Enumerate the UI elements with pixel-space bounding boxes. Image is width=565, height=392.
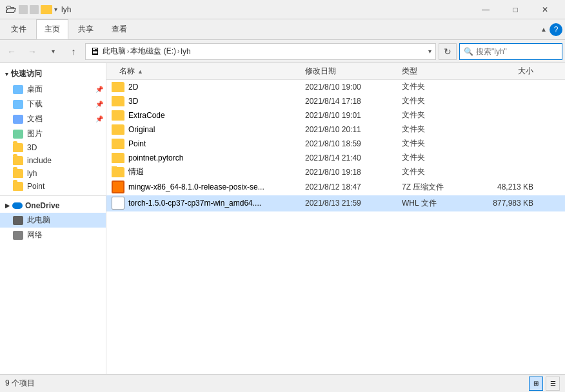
grid-view-button[interactable]: ⊞: [529, 377, 543, 391]
window-title: lyh: [61, 5, 71, 14]
toolbar-icon-2[interactable]: [30, 5, 39, 14]
sidebar-item-picture[interactable]: 图片: [0, 126, 106, 141]
nav-bar: ← → ▾ ↑ 🖥 此电脑 › 本地磁盘 (E:) › lyh ▾ ↻ 🔍: [0, 40, 565, 63]
table-row[interactable]: 3D 2021/8/14 17:18 文件夹: [106, 94, 565, 108]
sidebar-divider-1: [0, 195, 106, 196]
pin-icon-download: 📌: [95, 101, 103, 108]
ribbon-right: ▲ ?: [540, 23, 562, 36]
toolbar-dropdown[interactable]: ▾: [54, 6, 57, 13]
pc-icon: 🖥: [90, 46, 100, 57]
breadcrumb-disk[interactable]: 本地磁盘 (E:): [130, 46, 176, 57]
quick-access-header[interactable]: ▾ 快速访问: [0, 66, 106, 82]
desktop-icon: [13, 85, 23, 94]
tab-view[interactable]: 查看: [103, 19, 135, 39]
folder-icon: [112, 139, 124, 149]
breadcrumb: 此电脑 › 本地磁盘 (E:) › lyh: [103, 46, 191, 57]
sidebar-label-lyh: lyh: [27, 169, 37, 178]
onedrive-collapse-icon: ▶: [5, 202, 10, 209]
folder-icon: [112, 110, 124, 121]
table-row[interactable]: 2D 2021/8/10 19:00 文件夹: [106, 80, 565, 94]
col-header-date[interactable]: 修改日期: [300, 66, 397, 77]
breadcrumb-sep-2: ›: [177, 48, 179, 55]
tab-home[interactable]: 主页: [36, 19, 68, 39]
search-icon: 🔍: [464, 47, 473, 56]
row-name-torch: torch-1.5.0-cp37-cp37m-win_amd64....: [106, 197, 300, 210]
sidebar-item-network[interactable]: 网络: [0, 228, 106, 242]
row-name-mingw: mingw-x86_64-8.1.0-release-posix-se...: [106, 181, 300, 193]
folder-icon: [112, 124, 124, 135]
file-list: 名称 ▲ 修改日期 类型 大小 2D 2021/8/10 19:00 文件夹: [106, 63, 565, 374]
toolbar-folder-icon: [41, 5, 52, 14]
table-row[interactable]: Point 2021/8/10 18:59 文件夹: [106, 137, 565, 151]
view-controls: ⊞ ☰: [529, 377, 560, 391]
network-icon: [13, 231, 23, 240]
sidebar-item-3d[interactable]: 3D: [0, 141, 106, 154]
help-button[interactable]: ?: [550, 23, 562, 36]
table-row[interactable]: pointnet.pytorch 2021/8/14 21:40 文件夹: [106, 151, 565, 165]
sidebar-item-include[interactable]: include: [0, 154, 106, 167]
breadcrumb-sep-1: ›: [127, 48, 129, 55]
row-name-2d: 2D: [106, 82, 300, 92]
pin-icon-desktop: 📌: [95, 86, 103, 93]
sidebar-item-point[interactable]: Point: [0, 180, 106, 193]
sidebar-item-document[interactable]: 文档 📌: [0, 112, 106, 126]
address-bar[interactable]: 🖥 此电脑 › 本地磁盘 (E:) › lyh ▾: [85, 43, 436, 60]
sidebar-label-3d: 3D: [27, 143, 37, 152]
row-name-pointnet: pointnet.pytorch: [106, 153, 300, 163]
sidebar-item-lyh[interactable]: lyh: [0, 167, 106, 180]
folder-icon: [112, 153, 124, 163]
tab-share[interactable]: 共享: [70, 19, 102, 39]
sidebar-item-desktop[interactable]: 桌面 📌: [0, 82, 106, 97]
up-button[interactable]: ↑: [64, 43, 83, 61]
row-name-3d: 3D: [106, 96, 300, 106]
col-header-type[interactable]: 类型: [397, 66, 474, 77]
sidebar-item-download[interactable]: 下载 📌: [0, 97, 106, 112]
forward-button[interactable]: →: [23, 43, 41, 61]
back-button[interactable]: ←: [3, 43, 21, 61]
breadcrumb-thispc[interactable]: 此电脑: [103, 46, 126, 57]
sidebar-label-include: include: [27, 156, 52, 165]
ribbon-collapse-icon[interactable]: ▲: [540, 26, 547, 33]
folder-icon-include: [13, 156, 23, 165]
list-view-button[interactable]: ☰: [546, 377, 560, 391]
sidebar: ▾ 快速访问 桌面 📌 下载 📌 文档 📌 图片 3D includ: [0, 63, 106, 374]
breadcrumb-current[interactable]: lyh: [181, 47, 190, 56]
table-row[interactable]: Original 2021/8/10 20:11 文件夹: [106, 122, 565, 137]
folder-icon-3d: [13, 143, 23, 152]
table-row[interactable]: torch-1.5.0-cp37-cp37m-win_amd64.... 202…: [106, 195, 565, 211]
address-dropdown-icon[interactable]: ▾: [428, 48, 431, 55]
sidebar-label-download: 下载: [27, 99, 43, 110]
maximize-button[interactable]: □: [501, 0, 530, 19]
row-name-point: Point: [106, 139, 300, 149]
quick-access-collapse-icon: ▾: [5, 71, 8, 77]
dropdown-button[interactable]: ▾: [44, 43, 62, 61]
table-row[interactable]: ExtraCode 2021/8/10 19:01 文件夹: [106, 108, 565, 122]
col-header-size[interactable]: 大小: [474, 66, 539, 77]
picture-icon: [13, 130, 23, 139]
sidebar-onedrive[interactable]: ▶ OneDrive: [0, 199, 106, 213]
toolbar-icon-1[interactable]: [19, 5, 28, 14]
search-bar[interactable]: 🔍: [459, 43, 562, 60]
row-name-original: Original: [106, 124, 300, 135]
folder-icon: [112, 96, 124, 106]
search-input[interactable]: [476, 47, 558, 56]
window-controls: — □ ✕: [471, 0, 560, 19]
status-bar: 9 个项目 ⊞ ☰: [0, 374, 565, 392]
main-container: ▾ 快速访问 桌面 📌 下载 📌 文档 📌 图片 3D includ: [0, 63, 565, 374]
quick-access-label: 快速访问: [11, 68, 42, 79]
title-bar: 🗁 ▾ lyh — □ ✕: [0, 0, 565, 19]
onedrive-label: OneDrive: [25, 201, 59, 210]
close-button[interactable]: ✕: [530, 0, 560, 19]
minimize-button[interactable]: —: [471, 0, 501, 19]
sidebar-label-document: 文档: [27, 113, 43, 124]
thispc-label: 此电脑: [27, 215, 50, 226]
onedrive-icon: [12, 202, 23, 209]
table-row[interactable]: mingw-x86_64-8.1.0-release-posix-se... 2…: [106, 179, 565, 195]
tab-file[interactable]: 文件: [3, 19, 35, 39]
sidebar-label-desktop: 桌面: [27, 84, 43, 95]
sidebar-item-thispc[interactable]: 此电脑: [0, 213, 106, 228]
row-name-extracode: ExtraCode: [106, 110, 300, 121]
refresh-button[interactable]: ↻: [439, 43, 457, 60]
col-header-name[interactable]: 名称 ▲: [106, 66, 300, 77]
table-row[interactable]: 情逍 2021/8/10 19:18 文件夹: [106, 165, 565, 179]
